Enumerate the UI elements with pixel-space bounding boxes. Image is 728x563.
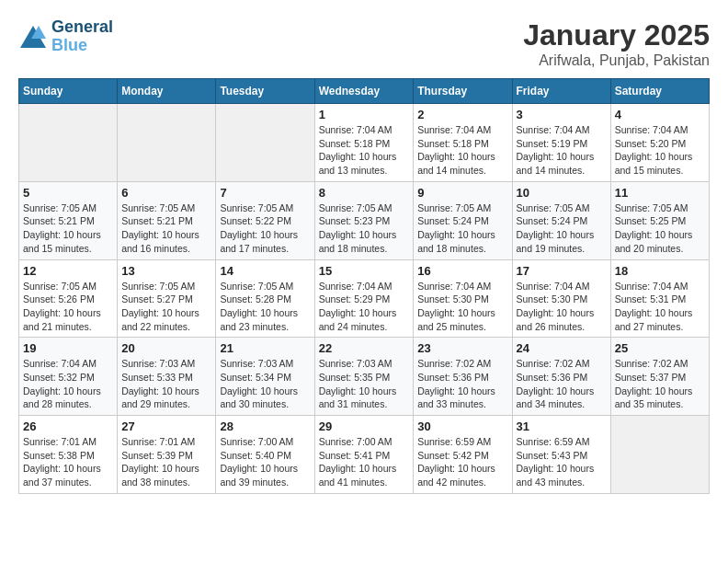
header-cell-tuesday: Tuesday bbox=[216, 79, 314, 104]
day-number: 12 bbox=[23, 264, 113, 278]
header-cell-friday: Friday bbox=[512, 79, 610, 104]
day-number: 25 bbox=[615, 341, 705, 355]
calendar-cell: 20Sunrise: 7:03 AM Sunset: 5:33 PM Dayli… bbox=[118, 338, 216, 416]
day-detail: Sunrise: 7:04 AM Sunset: 5:29 PM Dayligh… bbox=[319, 280, 410, 334]
calendar-week-0: 1Sunrise: 7:04 AM Sunset: 5:18 PM Daylig… bbox=[19, 104, 710, 182]
day-number: 8 bbox=[319, 186, 410, 200]
calendar-cell: 5Sunrise: 7:05 AM Sunset: 5:21 PM Daylig… bbox=[19, 181, 118, 259]
day-number: 5 bbox=[23, 186, 113, 200]
day-number: 22 bbox=[319, 341, 410, 355]
calendar-cell: 14Sunrise: 7:05 AM Sunset: 5:28 PM Dayli… bbox=[216, 259, 314, 338]
day-detail: Sunrise: 7:04 AM Sunset: 5:18 PM Dayligh… bbox=[319, 123, 410, 178]
day-detail: Sunrise: 7:04 AM Sunset: 5:20 PM Dayligh… bbox=[615, 123, 705, 178]
day-detail: Sunrise: 6:59 AM Sunset: 5:43 PM Dayligh… bbox=[517, 435, 607, 489]
calendar-cell: 12Sunrise: 7:05 AM Sunset: 5:26 PM Dayli… bbox=[19, 259, 118, 338]
calendar-cell: 27Sunrise: 7:01 AM Sunset: 5:39 PM Dayli… bbox=[118, 416, 216, 494]
header-cell-sunday: Sunday bbox=[19, 79, 118, 104]
day-number: 11 bbox=[615, 186, 705, 200]
day-detail: Sunrise: 7:04 AM Sunset: 5:32 PM Dayligh… bbox=[23, 357, 113, 411]
day-number: 13 bbox=[121, 264, 211, 278]
day-number: 18 bbox=[615, 264, 705, 278]
day-number: 16 bbox=[417, 264, 507, 278]
day-detail: Sunrise: 7:03 AM Sunset: 5:35 PM Dayligh… bbox=[319, 357, 410, 411]
day-number: 27 bbox=[121, 419, 211, 433]
calendar-cell: 22Sunrise: 7:03 AM Sunset: 5:35 PM Dayli… bbox=[314, 338, 414, 416]
day-number: 15 bbox=[319, 264, 410, 278]
day-number: 24 bbox=[517, 341, 607, 355]
day-detail: Sunrise: 7:05 AM Sunset: 5:28 PM Dayligh… bbox=[220, 280, 310, 334]
day-detail: Sunrise: 7:03 AM Sunset: 5:33 PM Dayligh… bbox=[121, 357, 211, 411]
day-detail: Sunrise: 7:02 AM Sunset: 5:36 PM Dayligh… bbox=[517, 357, 607, 411]
day-number: 26 bbox=[23, 419, 113, 433]
page-title: January 2025 bbox=[523, 18, 710, 52]
calendar-cell: 18Sunrise: 7:04 AM Sunset: 5:31 PM Dayli… bbox=[610, 259, 709, 338]
calendar-header: SundayMondayTuesdayWednesdayThursdayFrid… bbox=[19, 79, 710, 104]
day-detail: Sunrise: 7:05 AM Sunset: 5:21 PM Dayligh… bbox=[121, 201, 211, 256]
calendar-cell bbox=[19, 104, 118, 182]
calendar-cell: 26Sunrise: 7:01 AM Sunset: 5:38 PM Dayli… bbox=[19, 416, 118, 494]
day-number: 31 bbox=[517, 419, 607, 433]
day-detail: Sunrise: 7:05 AM Sunset: 5:22 PM Dayligh… bbox=[220, 201, 310, 256]
calendar-cell: 2Sunrise: 7:04 AM Sunset: 5:18 PM Daylig… bbox=[414, 104, 512, 182]
calendar-cell: 8Sunrise: 7:05 AM Sunset: 5:23 PM Daylig… bbox=[314, 181, 414, 259]
calendar-cell: 11Sunrise: 7:05 AM Sunset: 5:25 PM Dayli… bbox=[610, 181, 709, 259]
calendar-cell: 6Sunrise: 7:05 AM Sunset: 5:21 PM Daylig… bbox=[118, 181, 216, 259]
day-detail: Sunrise: 7:05 AM Sunset: 5:24 PM Dayligh… bbox=[417, 201, 507, 256]
logo-text: General Blue bbox=[51, 18, 113, 55]
day-detail: Sunrise: 7:05 AM Sunset: 5:26 PM Dayligh… bbox=[23, 280, 113, 334]
calendar-cell: 7Sunrise: 7:05 AM Sunset: 5:22 PM Daylig… bbox=[216, 181, 314, 259]
calendar-cell: 13Sunrise: 7:05 AM Sunset: 5:27 PM Dayli… bbox=[118, 259, 216, 338]
calendar-cell: 25Sunrise: 7:02 AM Sunset: 5:37 PM Dayli… bbox=[610, 338, 709, 416]
day-number: 14 bbox=[220, 264, 310, 278]
calendar-cell: 29Sunrise: 7:00 AM Sunset: 5:41 PM Dayli… bbox=[314, 416, 414, 494]
calendar-cell: 15Sunrise: 7:04 AM Sunset: 5:29 PM Dayli… bbox=[314, 259, 414, 338]
day-detail: Sunrise: 7:00 AM Sunset: 5:41 PM Dayligh… bbox=[319, 435, 410, 489]
header-cell-monday: Monday bbox=[118, 79, 216, 104]
calendar-cell bbox=[118, 104, 216, 182]
calendar-cell: 23Sunrise: 7:02 AM Sunset: 5:36 PM Dayli… bbox=[414, 338, 512, 416]
day-detail: Sunrise: 7:04 AM Sunset: 5:31 PM Dayligh… bbox=[615, 280, 705, 334]
logo-icon bbox=[18, 24, 48, 50]
calendar-cell: 19Sunrise: 7:04 AM Sunset: 5:32 PM Dayli… bbox=[19, 338, 118, 416]
day-number: 3 bbox=[517, 108, 607, 121]
day-detail: Sunrise: 7:05 AM Sunset: 5:25 PM Dayligh… bbox=[615, 201, 705, 256]
calendar-body: 1Sunrise: 7:04 AM Sunset: 5:18 PM Daylig… bbox=[19, 104, 710, 494]
calendar-cell: 21Sunrise: 7:03 AM Sunset: 5:34 PM Dayli… bbox=[216, 338, 314, 416]
day-number: 30 bbox=[417, 419, 507, 433]
calendar-week-4: 26Sunrise: 7:01 AM Sunset: 5:38 PM Dayli… bbox=[19, 416, 710, 494]
day-number: 7 bbox=[220, 186, 310, 200]
day-number: 19 bbox=[23, 341, 113, 355]
day-number: 17 bbox=[517, 264, 607, 278]
day-detail: Sunrise: 7:01 AM Sunset: 5:38 PM Dayligh… bbox=[23, 435, 113, 489]
day-detail: Sunrise: 7:02 AM Sunset: 5:37 PM Dayligh… bbox=[615, 357, 705, 411]
day-detail: Sunrise: 7:02 AM Sunset: 5:36 PM Dayligh… bbox=[417, 357, 507, 411]
calendar-cell: 1Sunrise: 7:04 AM Sunset: 5:18 PM Daylig… bbox=[314, 104, 414, 182]
day-number: 20 bbox=[121, 341, 211, 355]
day-detail: Sunrise: 6:59 AM Sunset: 5:42 PM Dayligh… bbox=[417, 435, 507, 489]
day-number: 9 bbox=[417, 186, 507, 200]
calendar-cell: 4Sunrise: 7:04 AM Sunset: 5:20 PM Daylig… bbox=[610, 104, 709, 182]
header-row: SundayMondayTuesdayWednesdayThursdayFrid… bbox=[19, 79, 710, 104]
day-number: 2 bbox=[417, 108, 507, 121]
calendar-cell: 10Sunrise: 7:05 AM Sunset: 5:24 PM Dayli… bbox=[512, 181, 610, 259]
day-detail: Sunrise: 7:00 AM Sunset: 5:40 PM Dayligh… bbox=[220, 435, 310, 489]
day-detail: Sunrise: 7:04 AM Sunset: 5:18 PM Dayligh… bbox=[417, 123, 507, 178]
day-detail: Sunrise: 7:05 AM Sunset: 5:27 PM Dayligh… bbox=[121, 280, 211, 334]
calendar-week-2: 12Sunrise: 7:05 AM Sunset: 5:26 PM Dayli… bbox=[19, 259, 710, 338]
calendar-week-3: 19Sunrise: 7:04 AM Sunset: 5:32 PM Dayli… bbox=[19, 338, 710, 416]
calendar-week-1: 5Sunrise: 7:05 AM Sunset: 5:21 PM Daylig… bbox=[19, 181, 710, 259]
calendar-cell: 28Sunrise: 7:00 AM Sunset: 5:40 PM Dayli… bbox=[216, 416, 314, 494]
day-detail: Sunrise: 7:04 AM Sunset: 5:30 PM Dayligh… bbox=[517, 280, 607, 334]
page-subtitle: Arifwala, Punjab, Pakistan bbox=[523, 52, 710, 69]
header-cell-thursday: Thursday bbox=[414, 79, 512, 104]
header-cell-wednesday: Wednesday bbox=[314, 79, 414, 104]
day-detail: Sunrise: 7:05 AM Sunset: 5:24 PM Dayligh… bbox=[517, 201, 607, 256]
page-header: General Blue January 2025 Arifwala, Punj… bbox=[18, 18, 710, 69]
day-number: 21 bbox=[220, 341, 310, 355]
day-number: 1 bbox=[319, 108, 410, 121]
calendar-table: SundayMondayTuesdayWednesdayThursdayFrid… bbox=[18, 78, 710, 494]
title-section: January 2025 Arifwala, Punjab, Pakistan bbox=[523, 18, 710, 69]
day-detail: Sunrise: 7:05 AM Sunset: 5:23 PM Dayligh… bbox=[319, 201, 410, 256]
day-detail: Sunrise: 7:04 AM Sunset: 5:30 PM Dayligh… bbox=[417, 280, 507, 334]
day-number: 23 bbox=[417, 341, 507, 355]
